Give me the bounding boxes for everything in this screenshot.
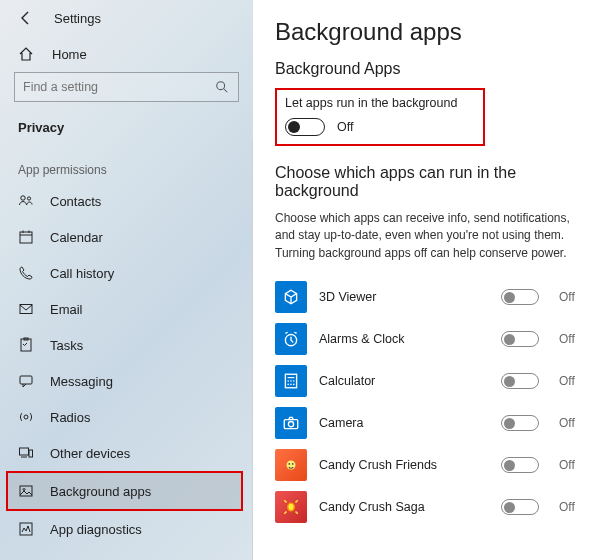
app-row: Alarms & Clock Off (275, 318, 583, 360)
svg-rect-18 (20, 523, 32, 535)
app-toggle[interactable] (501, 415, 539, 431)
app-toggle-state: Off (559, 416, 583, 430)
back-icon[interactable] (18, 10, 34, 26)
app-icon-candy-saga (275, 491, 307, 523)
window-title: Settings (54, 11, 101, 26)
sidebar-item-radios[interactable]: Radios (0, 399, 253, 435)
master-toggle-label: Let apps run in the background (285, 96, 475, 110)
app-list: 3D Viewer Off Alarms & Clock Off Calcula… (275, 276, 583, 528)
app-icon-alarms (275, 323, 307, 355)
sidebar-item-call-history[interactable]: Call history (0, 255, 253, 291)
search-icon (214, 79, 230, 95)
app-toggle-state: Off (559, 458, 583, 472)
app-row: Candy Crush Friends Off (275, 444, 583, 486)
svg-point-25 (287, 384, 289, 386)
svg-point-27 (293, 384, 295, 386)
sidebar-item-home[interactable]: Home (0, 36, 253, 72)
sidebar-item-email[interactable]: Email (0, 291, 253, 327)
app-row: Candy Crush Saga Off (275, 486, 583, 528)
svg-point-29 (288, 422, 293, 427)
app-toggle[interactable] (501, 289, 539, 305)
sidebar-item-label: Background apps (50, 484, 151, 499)
page-title: Background apps (275, 18, 583, 46)
svg-point-12 (24, 415, 28, 419)
home-label: Home (52, 47, 87, 62)
svg-point-22 (287, 380, 289, 382)
tasks-icon (18, 337, 34, 353)
sidebar-item-label: Tasks (50, 338, 83, 353)
sidebar-item-app-diagnostics[interactable]: App diagnostics (0, 511, 253, 547)
main-panel: Background apps Background Apps Let apps… (253, 0, 601, 560)
app-icon-camera (275, 407, 307, 439)
master-toggle[interactable] (285, 118, 325, 136)
sidebar-item-tasks[interactable]: Tasks (0, 327, 253, 363)
divider (252, 140, 253, 560)
contacts-icon (18, 193, 34, 209)
search-box[interactable] (14, 72, 239, 102)
app-name: Alarms & Clock (319, 332, 489, 346)
sidebar-item-label: Messaging (50, 374, 113, 389)
message-icon (18, 373, 34, 389)
svg-point-31 (288, 463, 290, 465)
sidebar-item-label: Other devices (50, 446, 130, 461)
home-icon (18, 46, 34, 62)
svg-point-17 (23, 489, 25, 491)
sidebar-item-contacts[interactable]: Contacts (0, 183, 253, 219)
svg-point-32 (292, 463, 294, 465)
subsection-title: App permissions (0, 145, 253, 183)
sidebar-item-label: Contacts (50, 194, 101, 209)
sidebar-item-label: Email (50, 302, 83, 317)
svg-line-1 (224, 89, 228, 93)
description-text: Choose which apps can receive info, send… (275, 210, 583, 262)
app-icon-calculator (275, 365, 307, 397)
sidebar-item-background-apps[interactable]: Background apps (6, 471, 243, 511)
sidebar-item-label: App diagnostics (50, 522, 142, 537)
app-name: Camera (319, 416, 489, 430)
devices-icon (18, 445, 34, 461)
master-toggle-state: Off (337, 120, 353, 134)
svg-rect-9 (21, 339, 31, 351)
svg-point-2 (21, 196, 25, 200)
svg-rect-13 (20, 448, 29, 455)
app-name: 3D Viewer (319, 290, 489, 304)
svg-rect-11 (20, 376, 32, 384)
svg-point-24 (293, 380, 295, 382)
phone-icon (18, 265, 34, 281)
app-row: Camera Off (275, 402, 583, 444)
master-toggle-block: Let apps run in the background Off (275, 88, 485, 146)
sidebar: Settings Home Privacy App permissions Co… (0, 0, 253, 560)
mail-icon (18, 301, 34, 317)
sidebar-item-other-devices[interactable]: Other devices (0, 435, 253, 471)
calendar-icon (18, 229, 34, 245)
sidebar-item-calendar[interactable]: Calendar (0, 219, 253, 255)
app-toggle[interactable] (501, 457, 539, 473)
radio-icon (18, 409, 34, 425)
app-toggle[interactable] (501, 373, 539, 389)
sidebar-item-label: Radios (50, 410, 90, 425)
svg-point-3 (27, 197, 30, 200)
diagnostics-icon (18, 521, 34, 537)
app-toggle-state: Off (559, 290, 583, 304)
sidebar-header: Settings (0, 0, 253, 36)
sidebar-item-label: Calendar (50, 230, 103, 245)
svg-point-0 (217, 82, 225, 90)
image-icon (18, 483, 34, 499)
app-name: Calculator (319, 374, 489, 388)
svg-point-26 (290, 384, 292, 386)
sidebar-item-messaging[interactable]: Messaging (0, 363, 253, 399)
app-name: Candy Crush Saga (319, 500, 489, 514)
app-name: Candy Crush Friends (319, 458, 489, 472)
app-toggle[interactable] (501, 499, 539, 515)
section-heading: Choose which apps can run in the backgro… (275, 164, 583, 200)
svg-point-34 (289, 504, 294, 510)
app-toggle-state: Off (559, 500, 583, 514)
section-title: Privacy (0, 112, 253, 145)
svg-rect-4 (20, 232, 32, 243)
app-toggle[interactable] (501, 331, 539, 347)
app-toggle-state: Off (559, 332, 583, 346)
app-icon-3d-viewer (275, 281, 307, 313)
app-toggle-state: Off (559, 374, 583, 388)
svg-rect-14 (29, 450, 33, 457)
app-row: Calculator Off (275, 360, 583, 402)
search-input[interactable] (23, 80, 203, 94)
